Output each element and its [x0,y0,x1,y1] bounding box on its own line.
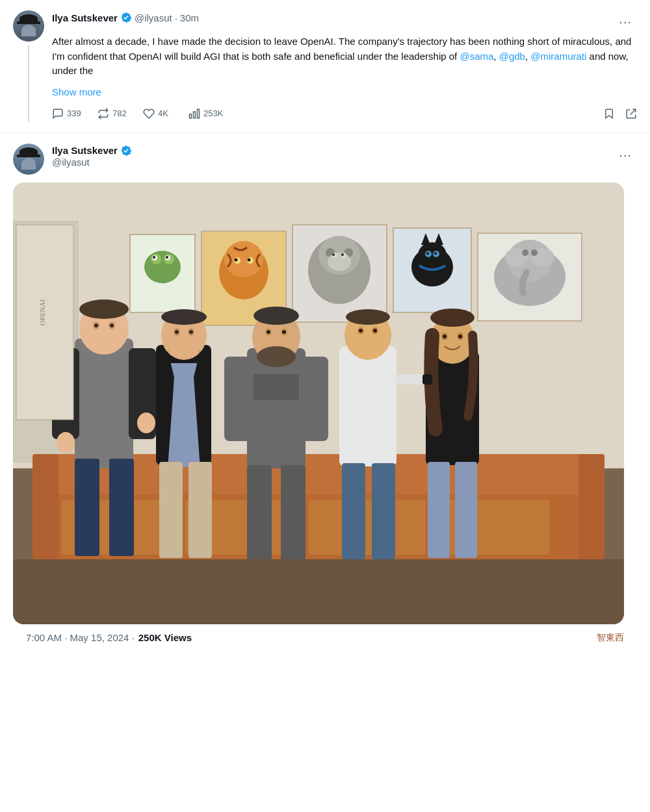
svg-point-15 [144,251,181,283]
svg-point-117 [443,335,447,338]
tweet2-verified-badge [120,145,132,157]
svg-point-92 [257,346,296,367]
svg-point-76 [57,432,75,453]
tweet-2: Ilya Sutskever @ilyasut ··· [0,133,650,654]
svg-rect-63 [32,454,58,559]
svg-line-3 [630,109,636,114]
tweet2-more-button[interactable]: ··· [614,145,637,165]
mention-sama[interactable]: @sama [460,51,493,62]
mention-gdb[interactable]: @gdb [499,51,525,62]
svg-point-84 [189,330,193,334]
svg-rect-111 [372,463,395,559]
svg-point-114 [430,309,474,327]
tweet-1: Ilya Sutskever @ilyasut · 30m ··· After … [0,0,650,133]
svg-rect-100 [254,374,299,400]
svg-point-46 [426,252,429,255]
retweet-action[interactable]: 782 [98,105,143,122]
tweet2-author-name[interactable]: Ilya Sutskever [52,145,118,156]
comment-action[interactable]: 339 [52,105,98,122]
tweet1-author-handle[interactable]: @ilyasut [135,12,172,23]
svg-point-96 [266,330,270,334]
tweet2-author-handle[interactable]: @ilyasut [52,157,132,168]
tweet1-right-actions [603,107,637,120]
svg-point-83 [175,330,179,334]
tweet1-time: 30m [180,12,199,23]
watermark: 智東西 [597,632,624,644]
svg-rect-102 [281,465,306,561]
comment-count: 339 [67,108,81,118]
svg-rect-88 [159,462,183,558]
svg-rect-120 [455,462,477,558]
svg-point-20 [153,256,155,259]
tweet1-author-name[interactable]: Ilya Sutskever [52,12,118,23]
svg-point-38 [341,253,344,256]
share-action[interactable] [625,107,637,120]
svg-rect-101 [247,465,272,561]
footer-views: 250K Views [138,632,192,643]
tweet1-actions: 339 782 4K 253K [52,105,637,122]
avatar-1[interactable] [13,10,44,42]
like-action[interactable]: 4K [143,105,188,122]
svg-point-41 [418,242,447,268]
svg-point-70 [94,324,98,327]
svg-point-21 [166,256,168,259]
svg-point-118 [458,335,462,338]
svg-rect-75 [109,459,134,556]
svg-rect-65 [75,338,133,468]
tweet2-photo[interactable]: OPENAI [13,183,624,624]
svg-rect-64 [578,454,604,559]
svg-point-47 [434,252,437,255]
tweet1-text: After almost a decade, I have made the d… [52,34,637,79]
svg-point-34 [328,253,351,271]
show-more-link[interactable]: Show more [52,86,637,97]
svg-point-80 [161,309,207,325]
svg-point-54 [531,249,538,256]
svg-rect-74 [75,459,99,556]
svg-text:OPENAI: OPENAI [38,299,46,325]
svg-rect-1 [194,112,196,118]
mention-miramurati[interactable]: @miramurati [530,51,586,62]
svg-point-93 [254,307,299,325]
svg-rect-98 [224,357,252,441]
svg-point-109 [373,329,377,333]
svg-point-77 [137,412,155,433]
tweet1-more-button[interactable]: ··· [614,12,637,32]
svg-rect-119 [428,462,450,558]
tweet1-verified-badge [120,12,132,23]
svg-rect-123 [13,559,624,624]
svg-point-71 [110,324,114,327]
avatar-2[interactable] [13,144,44,175]
tweet2-footer: 7:00 AM · May 15, 2024 · 250K Views 智東西 [13,624,637,654]
footer-time: 7:00 AM · May 15, 2024 · [26,632,135,643]
svg-point-108 [359,329,363,333]
views-action[interactable]: 253K [188,105,234,122]
svg-rect-89 [188,462,212,558]
svg-point-97 [282,330,286,334]
svg-rect-110 [342,463,365,559]
svg-rect-103 [339,346,396,466]
svg-point-105 [346,309,390,325]
svg-rect-60 [309,500,426,555]
views-count: 253K [203,108,223,118]
svg-rect-122 [422,374,432,385]
retweet-count: 782 [112,108,127,118]
svg-rect-99 [301,357,328,441]
svg-rect-2 [190,114,192,118]
svg-point-28 [248,258,251,261]
svg-point-53 [522,249,528,256]
svg-point-27 [235,258,238,261]
svg-rect-62 [556,500,582,555]
bookmark-action[interactable] [603,107,615,120]
svg-point-37 [332,253,335,256]
svg-rect-0 [198,109,200,118]
svg-point-67 [79,299,129,319]
like-count: 4K [158,108,168,118]
